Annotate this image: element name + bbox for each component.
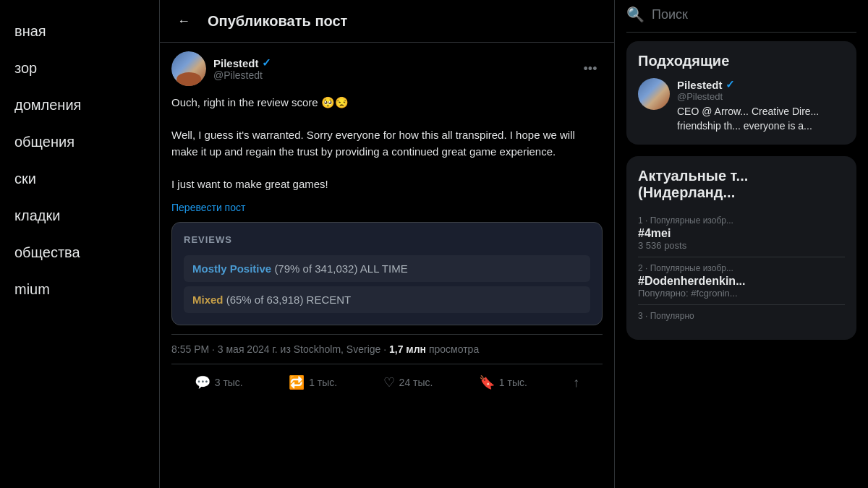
sidebar-item-explore[interactable]: зор [0, 51, 159, 85]
post-header: ← Опубликовать пост [160, 0, 614, 43]
suggested-user-bio: CEO @ Arrow... Creative Dire... friendsh… [677, 105, 845, 133]
suggested-section: Подходящие Pilestedt ✓ @Pilestedt CEO @ … [626, 41, 856, 145]
author-info: Pilestedt ✓ @Pilestedt [171, 51, 271, 86]
trend-posts-2: Популярно: #fcgronin... [638, 288, 845, 299]
author-name-block: Pilestedt ✓ @Pilestedt [213, 56, 271, 81]
bookmark-button[interactable]: 🔖 1 тыс. [472, 370, 535, 395]
sidebar-item-communities[interactable]: общества [0, 236, 159, 270]
trend-item-1[interactable]: 1 · Популярные изобр... #4mei 3 536 post… [638, 210, 845, 257]
sidebar-item-premium[interactable]: mium [0, 273, 159, 307]
page-title: Опубликовать пост [208, 13, 347, 30]
bookmark-icon: 🔖 [479, 374, 495, 390]
reviews-title: REVIEWS [184, 234, 590, 245]
right-sidebar: 🔍 Поиск Подходящие Pilestedt ✓ @Pilested… [615, 0, 868, 488]
reply-count: 3 тыс. [215, 377, 243, 388]
suggested-user-name: Pilestedt ✓ [677, 78, 845, 91]
author-name[interactable]: Pilestedt ✓ [213, 56, 271, 69]
sidebar-item-home[interactable]: вная [0, 14, 159, 48]
back-button[interactable]: ← [171, 9, 196, 33]
avatar [171, 51, 206, 86]
author-handle: @Pilestedt [213, 69, 271, 81]
trending-section: Актуальные т... (Нидерланд... 1 · Популя… [626, 156, 856, 340]
author-row: Pilestedt ✓ @Pilestedt ••• [171, 51, 603, 86]
trend-label-1: 1 · Популярные изобр... [638, 215, 845, 226]
suggested-user-info: Pilestedt ✓ @Pilestedt CEO @ Arrow... Cr… [677, 78, 845, 133]
trend-label-3: 3 · Популярно [638, 311, 845, 321]
sidebar-item-lists[interactable]: кладки [0, 199, 159, 233]
review-row-alltime: Mostly Positive (79% of 341,032) ALL TIM… [184, 255, 590, 282]
trend-item-3[interactable]: 3 · Популярно [638, 305, 845, 328]
search-icon: 🔍 [626, 6, 644, 23]
retweet-count: 1 тыс. [309, 377, 337, 388]
reply-icon: 💬 [195, 374, 210, 390]
trend-name-2: #Dodenherdenkin... [638, 275, 845, 288]
search-bar: 🔍 Поиск [626, 0, 856, 33]
left-sidebar: вная зор домления общения ски кладки общ… [0, 0, 159, 488]
retweet-icon: 🔁 [289, 374, 305, 390]
tweet-container: Pilestedt ✓ @Pilestedt ••• Ouch, right i… [160, 43, 614, 409]
retweet-button[interactable]: 🔁 1 тыс. [281, 370, 344, 395]
reply-button[interactable]: 💬 3 тыс. [187, 370, 250, 395]
share-button[interactable]: ↑ [566, 371, 587, 395]
review-status-recent: Mixed [192, 294, 224, 306]
trend-name-1: #4mei [638, 227, 845, 240]
like-icon: ♡ [383, 374, 395, 390]
main-content: ← Опубликовать пост Pilestedt ✓ @Pileste… [159, 0, 615, 488]
sidebar-item-bookmarks[interactable]: ски [0, 162, 159, 196]
action-bar: 💬 3 тыс. 🔁 1 тыс. ♡ 24 тыс. 🔖 1 тыс. ↑ [171, 364, 603, 401]
review-status-alltime: Mostly Positive [192, 262, 271, 275]
tweet-text: Ouch, right in the review score 🥺😒 Well,… [171, 95, 603, 192]
suggested-user[interactable]: Pilestedt ✓ @Pilestedt CEO @ Arrow... Cr… [638, 78, 845, 133]
sidebar-item-messages[interactable]: общения [0, 125, 159, 159]
tweet-meta: 8:55 PM · 3 мая 2024 г. из Stockholm, Sv… [171, 334, 603, 355]
suggested-avatar [638, 78, 670, 110]
review-row-recent: Mixed (65% of 63,918) RECENT [184, 286, 590, 313]
trending-title: Актуальные т... (Нидерланд... [638, 168, 845, 201]
translate-link[interactable]: Перевести пост [171, 202, 245, 213]
like-button[interactable]: ♡ 24 тыс. [376, 370, 441, 395]
reviews-card: REVIEWS Mostly Positive (79% of 341,032)… [171, 222, 603, 325]
verified-icon: ✓ [262, 56, 271, 69]
sidebar-item-notifications[interactable]: домления [0, 88, 159, 122]
trend-label-2: 2 · Популярные изобр... [638, 263, 845, 273]
search-label: Поиск [652, 7, 688, 22]
trend-item-2[interactable]: 2 · Популярные изобр... #Dodenherdenkin.… [638, 257, 845, 305]
more-button[interactable]: ••• [578, 56, 603, 81]
share-icon: ↑ [573, 375, 579, 390]
trend-posts-1: 3 536 posts [638, 240, 845, 251]
suggested-title: Подходящие [638, 53, 845, 69]
suggested-user-handle: @Pilestedt [677, 91, 845, 102]
bookmark-count: 1 тыс. [499, 377, 527, 388]
like-count: 24 тыс. [399, 377, 433, 388]
suggested-verified-icon: ✓ [726, 78, 735, 91]
